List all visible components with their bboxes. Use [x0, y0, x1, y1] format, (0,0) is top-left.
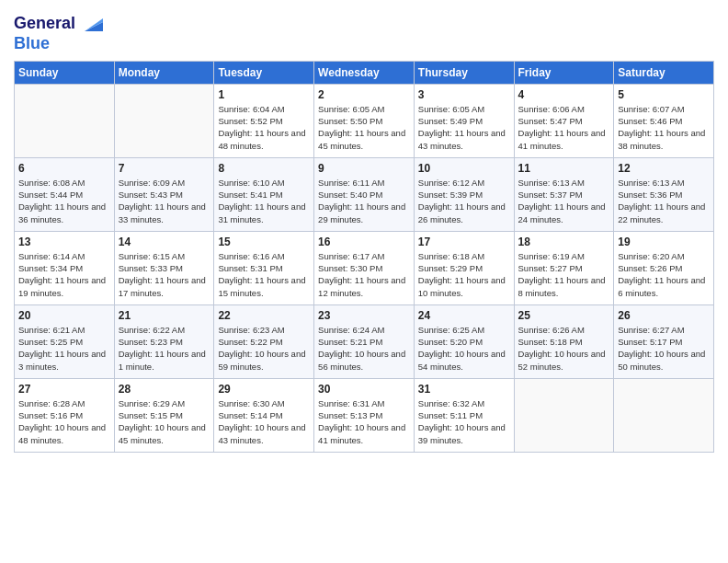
day-cell: 21Sunrise: 6:22 AM Sunset: 5:23 PM Dayli… — [114, 304, 214, 378]
day-number: 6 — [18, 162, 110, 175]
day-cell: 14Sunrise: 6:15 AM Sunset: 5:33 PM Dayli… — [114, 231, 214, 304]
day-cell: 18Sunrise: 6:19 AM Sunset: 5:27 PM Dayli… — [514, 231, 614, 304]
week-row-5: 27Sunrise: 6:28 AM Sunset: 5:16 PM Dayli… — [15, 378, 714, 452]
day-number: 5 — [618, 88, 710, 101]
day-number: 2 — [318, 88, 410, 101]
day-info: Sunrise: 6:14 AM Sunset: 5:34 PM Dayligh… — [18, 250, 110, 299]
day-info: Sunrise: 6:26 AM Sunset: 5:18 PM Dayligh… — [518, 324, 610, 373]
day-info: Sunrise: 6:05 AM Sunset: 5:49 PM Dayligh… — [418, 103, 510, 152]
day-number: 26 — [618, 309, 710, 322]
day-cell: 13Sunrise: 6:14 AM Sunset: 5:34 PM Dayli… — [15, 231, 115, 304]
calendar-table: SundayMondayTuesdayWednesdayThursdayFrid… — [14, 61, 714, 453]
day-number: 18 — [518, 236, 610, 248]
day-number: 8 — [218, 162, 310, 175]
day-number: 27 — [18, 383, 110, 396]
week-row-1: 1Sunrise: 6:04 AM Sunset: 5:52 PM Daylig… — [15, 84, 714, 157]
day-number: 22 — [218, 309, 310, 322]
day-info: Sunrise: 6:23 AM Sunset: 5:22 PM Dayligh… — [218, 324, 310, 373]
day-number: 1 — [218, 88, 310, 101]
week-row-4: 20Sunrise: 6:21 AM Sunset: 5:25 PM Dayli… — [15, 304, 714, 378]
week-row-2: 6Sunrise: 6:08 AM Sunset: 5:44 PM Daylig… — [15, 157, 714, 231]
day-cell: 29Sunrise: 6:30 AM Sunset: 5:14 PM Dayli… — [214, 378, 314, 452]
day-cell: 27Sunrise: 6:28 AM Sunset: 5:16 PM Dayli… — [15, 378, 115, 452]
day-info: Sunrise: 6:09 AM Sunset: 5:43 PM Dayligh… — [119, 177, 210, 225]
col-header-monday: Monday — [114, 61, 214, 84]
day-cell: 25Sunrise: 6:26 AM Sunset: 5:18 PM Dayli… — [514, 304, 614, 378]
day-info: Sunrise: 6:10 AM Sunset: 5:41 PM Dayligh… — [218, 177, 310, 225]
day-cell: 10Sunrise: 6:12 AM Sunset: 5:39 PM Dayli… — [414, 157, 514, 231]
day-cell: 1Sunrise: 6:04 AM Sunset: 5:52 PM Daylig… — [214, 84, 314, 157]
week-row-3: 13Sunrise: 6:14 AM Sunset: 5:34 PM Dayli… — [15, 231, 714, 304]
day-cell: 30Sunrise: 6:31 AM Sunset: 5:13 PM Dayli… — [314, 378, 415, 452]
day-number: 28 — [119, 383, 210, 396]
day-info: Sunrise: 6:06 AM Sunset: 5:47 PM Dayligh… — [518, 103, 610, 152]
day-cell: 3Sunrise: 6:05 AM Sunset: 5:49 PM Daylig… — [414, 84, 514, 157]
day-number: 24 — [418, 309, 510, 322]
day-info: Sunrise: 6:28 AM Sunset: 5:16 PM Dayligh… — [18, 397, 110, 446]
header: General Blue — [14, 9, 714, 53]
day-number: 15 — [218, 236, 310, 248]
day-number: 20 — [18, 309, 110, 322]
day-cell — [114, 84, 214, 157]
day-info: Sunrise: 6:24 AM Sunset: 5:21 PM Dayligh… — [318, 324, 410, 373]
header-row: SundayMondayTuesdayWednesdayThursdayFrid… — [15, 61, 714, 84]
day-info: Sunrise: 6:18 AM Sunset: 5:29 PM Dayligh… — [418, 250, 510, 299]
day-cell: 19Sunrise: 6:20 AM Sunset: 5:26 PM Dayli… — [614, 231, 714, 304]
day-cell: 4Sunrise: 6:06 AM Sunset: 5:47 PM Daylig… — [514, 84, 614, 157]
day-info: Sunrise: 6:31 AM Sunset: 5:13 PM Dayligh… — [318, 397, 410, 446]
day-cell: 2Sunrise: 6:05 AM Sunset: 5:50 PM Daylig… — [314, 84, 415, 157]
day-info: Sunrise: 6:17 AM Sunset: 5:30 PM Dayligh… — [318, 250, 410, 299]
day-info: Sunrise: 6:30 AM Sunset: 5:14 PM Dayligh… — [218, 397, 310, 446]
day-cell: 8Sunrise: 6:10 AM Sunset: 5:41 PM Daylig… — [214, 157, 314, 231]
day-number: 17 — [418, 236, 510, 248]
day-info: Sunrise: 6:21 AM Sunset: 5:25 PM Dayligh… — [18, 324, 110, 373]
day-cell: 31Sunrise: 6:32 AM Sunset: 5:11 PM Dayli… — [414, 378, 514, 452]
day-cell: 7Sunrise: 6:09 AM Sunset: 5:43 PM Daylig… — [114, 157, 214, 231]
day-info: Sunrise: 6:08 AM Sunset: 5:44 PM Dayligh… — [18, 177, 110, 225]
day-number: 31 — [418, 383, 510, 396]
day-info: Sunrise: 6:19 AM Sunset: 5:27 PM Dayligh… — [518, 250, 610, 299]
day-number: 3 — [418, 88, 510, 101]
day-cell: 5Sunrise: 6:07 AM Sunset: 5:46 PM Daylig… — [614, 84, 714, 157]
day-cell: 24Sunrise: 6:25 AM Sunset: 5:20 PM Dayli… — [414, 304, 514, 378]
day-cell: 26Sunrise: 6:27 AM Sunset: 5:17 PM Dayli… — [614, 304, 714, 378]
day-cell: 20Sunrise: 6:21 AM Sunset: 5:25 PM Dayli… — [15, 304, 115, 378]
day-number: 9 — [318, 162, 410, 175]
col-header-sunday: Sunday — [15, 61, 115, 84]
day-info: Sunrise: 6:05 AM Sunset: 5:50 PM Dayligh… — [318, 103, 410, 152]
col-header-wednesday: Wednesday — [314, 61, 415, 84]
day-info: Sunrise: 6:20 AM Sunset: 5:26 PM Dayligh… — [618, 250, 710, 299]
day-number: 4 — [518, 88, 610, 101]
logo-text: General — [14, 15, 75, 33]
day-cell: 15Sunrise: 6:16 AM Sunset: 5:31 PM Dayli… — [214, 231, 314, 304]
day-cell: 22Sunrise: 6:23 AM Sunset: 5:22 PM Dayli… — [214, 304, 314, 378]
day-info: Sunrise: 6:13 AM Sunset: 5:36 PM Dayligh… — [618, 177, 710, 225]
day-number: 16 — [318, 236, 410, 248]
page: General Blue SundayMondayTuesdayWednesda… — [0, 0, 728, 563]
day-number: 10 — [418, 162, 510, 175]
col-header-thursday: Thursday — [414, 61, 514, 84]
day-info: Sunrise: 6:27 AM Sunset: 5:17 PM Dayligh… — [618, 324, 710, 373]
day-number: 13 — [18, 236, 110, 248]
day-number: 21 — [119, 309, 210, 322]
day-number: 19 — [618, 236, 710, 248]
day-cell: 11Sunrise: 6:13 AM Sunset: 5:37 PM Dayli… — [514, 157, 614, 231]
day-info: Sunrise: 6:12 AM Sunset: 5:39 PM Dayligh… — [418, 177, 510, 225]
day-number: 25 — [518, 309, 610, 322]
day-info: Sunrise: 6:25 AM Sunset: 5:20 PM Dayligh… — [418, 324, 510, 373]
day-cell — [15, 84, 115, 157]
col-header-saturday: Saturday — [614, 61, 714, 84]
day-cell: 6Sunrise: 6:08 AM Sunset: 5:44 PM Daylig… — [15, 157, 115, 231]
day-number: 12 — [618, 162, 710, 175]
day-info: Sunrise: 6:07 AM Sunset: 5:46 PM Dayligh… — [618, 103, 710, 152]
day-info: Sunrise: 6:15 AM Sunset: 5:33 PM Dayligh… — [119, 250, 210, 299]
day-number: 23 — [318, 309, 410, 322]
day-cell: 16Sunrise: 6:17 AM Sunset: 5:30 PM Dayli… — [314, 231, 415, 304]
day-info: Sunrise: 6:22 AM Sunset: 5:23 PM Dayligh… — [119, 324, 210, 373]
day-cell — [514, 378, 614, 452]
day-info: Sunrise: 6:32 AM Sunset: 5:11 PM Dayligh… — [418, 397, 510, 446]
day-cell — [614, 378, 714, 452]
day-info: Sunrise: 6:29 AM Sunset: 5:15 PM Dayligh… — [119, 397, 210, 446]
day-cell: 28Sunrise: 6:29 AM Sunset: 5:15 PM Dayli… — [114, 378, 214, 452]
day-number: 30 — [318, 383, 410, 396]
